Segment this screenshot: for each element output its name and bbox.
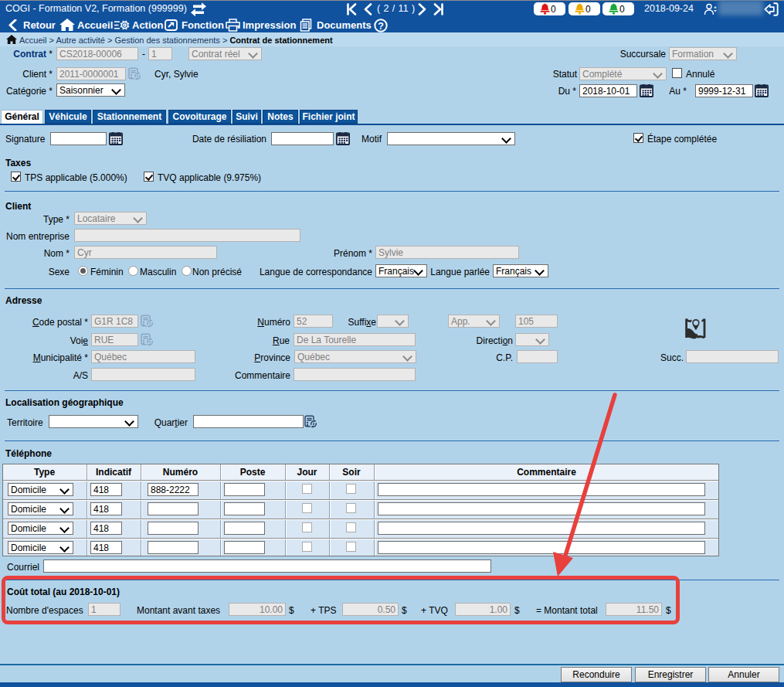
svg-text:?: ? (378, 21, 384, 32)
